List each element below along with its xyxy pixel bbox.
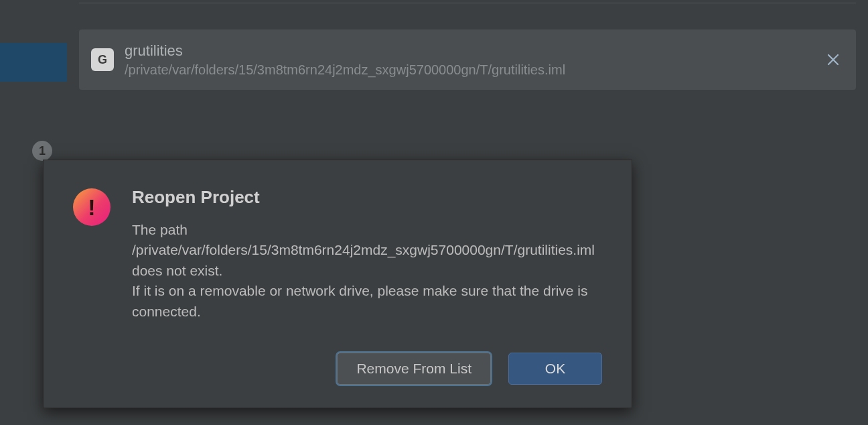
- reopen-project-dialog: ! Reopen Project The path /private/var/f…: [43, 160, 632, 408]
- project-text-block: grutilities /private/var/folders/15/3m8t…: [125, 42, 822, 78]
- warning-icon: !: [73, 188, 111, 226]
- app-root: 1 G grutilities /private/var/folders/15/…: [0, 0, 868, 425]
- dialog-title: Reopen Project: [132, 187, 602, 208]
- sidebar-selection-highlight: [0, 43, 67, 82]
- project-name: grutilities: [125, 42, 822, 60]
- close-icon[interactable]: [822, 49, 844, 70]
- recent-project-row[interactable]: G grutilities /private/var/folders/15/3m…: [79, 29, 856, 90]
- sidebar-update-badge[interactable]: 1: [32, 141, 52, 161]
- project-path: /private/var/folders/15/3m8tm6rn24j2mdz_…: [125, 62, 822, 78]
- toolbar-divider: [79, 3, 856, 3]
- ok-button[interactable]: OK: [508, 353, 602, 385]
- dialog-button-bar: Remove From List OK: [132, 353, 602, 385]
- project-icon: G: [91, 48, 114, 71]
- dialog-message: The path /private/var/folders/15/3m8tm6r…: [132, 220, 602, 322]
- remove-from-list-button[interactable]: Remove From List: [337, 353, 491, 385]
